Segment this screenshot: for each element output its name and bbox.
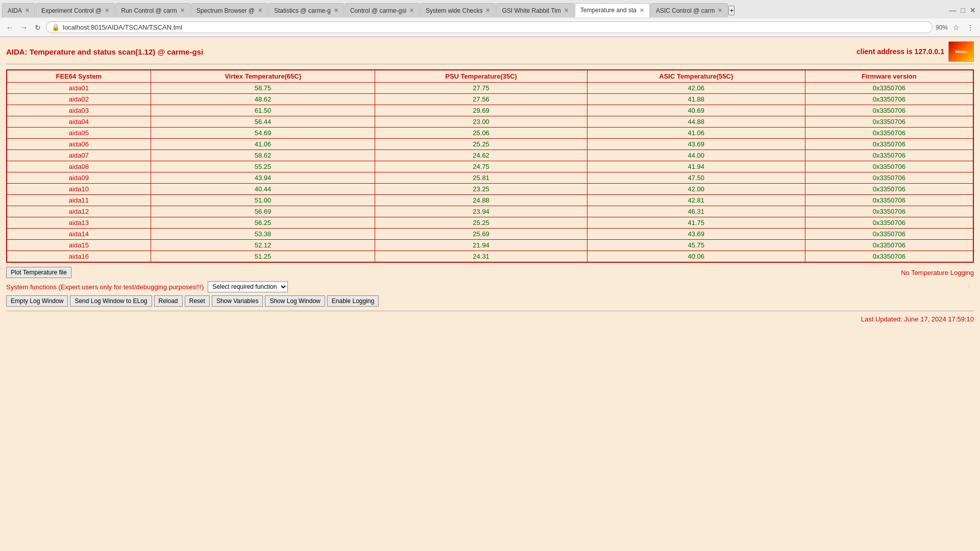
table-row: aida1356.2525.2541.750x3350706 bbox=[7, 217, 973, 229]
function-select[interactable]: Select required function bbox=[208, 281, 288, 292]
data-cell: 0x3350706 bbox=[805, 240, 973, 251]
system-name-cell: aida03 bbox=[7, 105, 151, 116]
empty-log-button[interactable]: Empty Log Window bbox=[6, 295, 68, 307]
table-row: aida0361.5029.6940.690x3350706 bbox=[7, 105, 973, 116]
data-cell: 40.69 bbox=[587, 105, 805, 116]
new-tab-button[interactable]: + bbox=[728, 6, 734, 15]
table-row: aida1256.6923.9446.310x3350706 bbox=[7, 206, 973, 217]
system-name-cell: aida14 bbox=[7, 229, 151, 240]
data-cell: 44.88 bbox=[587, 116, 805, 128]
back-button[interactable]: ← bbox=[4, 22, 15, 33]
data-cell: 56.25 bbox=[151, 217, 375, 229]
system-name-cell: aida05 bbox=[7, 128, 151, 139]
data-cell: 25.06 bbox=[375, 128, 587, 139]
data-cell: 0x3350706 bbox=[805, 161, 973, 172]
tab-temperature[interactable]: Temperature and sta ✕ bbox=[575, 3, 650, 17]
data-cell: 0x3350706 bbox=[805, 217, 973, 229]
data-cell: 25.25 bbox=[375, 139, 587, 150]
system-name-cell: aida11 bbox=[7, 195, 151, 206]
data-cell: 55.25 bbox=[151, 161, 375, 172]
data-cell: 23.25 bbox=[375, 184, 587, 195]
close-icon[interactable]: ✕ bbox=[409, 7, 414, 14]
data-cell: 42.00 bbox=[587, 184, 805, 195]
tab-statistics[interactable]: Statistics @ carme-g ✕ bbox=[268, 3, 344, 17]
data-cell: 42.06 bbox=[587, 83, 805, 94]
tab-run-control[interactable]: Run Control @ carm ✕ bbox=[115, 3, 190, 17]
tab-bar: AIDA ✕ Experiment Control @ ✕ Run Contro… bbox=[0, 0, 980, 18]
close-icon[interactable]: ✕ bbox=[485, 7, 490, 14]
close-icon[interactable]: ✕ bbox=[334, 7, 338, 14]
tab-spectrum[interactable]: Spectrum Browser @ ✕ bbox=[191, 3, 268, 17]
system-name-cell: aida02 bbox=[7, 94, 151, 105]
data-cell: 0x3350706 bbox=[805, 105, 973, 116]
tab-asic[interactable]: ASIC Control @ carm ✕ bbox=[650, 3, 728, 17]
table-row: aida0943.9425.8147.500x3350706 bbox=[7, 172, 973, 184]
lock-icon: 🔒 bbox=[52, 23, 60, 31]
data-cell: 0x3350706 bbox=[805, 116, 973, 128]
reload-button[interactable]: ↻ bbox=[33, 22, 43, 33]
tab-systemwide[interactable]: System wide Checks ✕ bbox=[420, 3, 496, 17]
table-row: aida0158.7527.7542.060x3350706 bbox=[7, 83, 973, 94]
data-cell: 0x3350706 bbox=[805, 83, 973, 94]
show-variables-button[interactable]: Show Variables bbox=[212, 295, 263, 307]
close-icon[interactable]: ✕ bbox=[564, 7, 569, 14]
system-name-cell: aida12 bbox=[7, 206, 151, 217]
data-cell: 45.75 bbox=[587, 240, 805, 251]
close-icon[interactable]: ✕ bbox=[258, 7, 262, 14]
table-row: aida1453.3825.6943.690x3350706 bbox=[7, 229, 973, 240]
close-icon[interactable]: ✕ bbox=[718, 7, 722, 14]
action-buttons-row: Empty Log Window Send Log Window to ELog… bbox=[6, 295, 974, 307]
enable-logging-button[interactable]: Enable Logging bbox=[327, 295, 379, 307]
data-cell: 46.31 bbox=[587, 206, 805, 217]
send-log-elog-button[interactable]: Send Log Window to ELog bbox=[70, 295, 152, 307]
data-cell: 24.31 bbox=[375, 251, 587, 263]
tab-aida[interactable]: AIDA ✕ bbox=[2, 3, 35, 17]
close-icon[interactable]: ✕ bbox=[640, 7, 644, 14]
reset-button[interactable]: Reset bbox=[185, 295, 210, 307]
col-header-firmware: Firmware version bbox=[805, 70, 973, 83]
close-icon[interactable]: ✕ bbox=[180, 7, 185, 14]
bookmark-button[interactable]: ☆ bbox=[951, 22, 962, 33]
tab-experiment[interactable]: Experiment Control @ ✕ bbox=[36, 3, 115, 17]
restore-button[interactable]: □ bbox=[959, 5, 967, 15]
footer-divider bbox=[6, 311, 974, 311]
data-cell: 41.06 bbox=[587, 128, 805, 139]
data-cell: 41.88 bbox=[587, 94, 805, 105]
nav-bar: ← → ↻ 🔒 localhost:8015/AIDA/TSCAN/TSCAN.… bbox=[0, 18, 980, 37]
forward-button[interactable]: → bbox=[18, 22, 30, 33]
url-bar[interactable]: 🔒 localhost:8015/AIDA/TSCAN/TSCAN.tml bbox=[46, 21, 933, 33]
data-cell: 0x3350706 bbox=[805, 139, 973, 150]
system-name-cell: aida07 bbox=[7, 150, 151, 161]
tab-control[interactable]: Control @ carme-gsi ✕ bbox=[345, 3, 420, 17]
col-header-virtex: Virtex Temperature(65C) bbox=[151, 70, 375, 83]
plot-temperature-button[interactable]: Plot Temperature file bbox=[6, 267, 71, 278]
last-updated: Last Updated: June 17, 2024 17:59:10 bbox=[6, 315, 974, 323]
data-cell: 41.75 bbox=[587, 217, 805, 229]
tab-gsi-wr[interactable]: GSI White Rabbit Tim ✕ bbox=[496, 3, 574, 17]
col-header-system: FEE64 System bbox=[7, 70, 151, 83]
window-close-button[interactable]: ✕ bbox=[968, 5, 978, 15]
system-name-cell: aida16 bbox=[7, 251, 151, 263]
browser-chrome: AIDA ✕ Experiment Control @ ✕ Run Contro… bbox=[0, 0, 980, 37]
extensions-button[interactable]: ⋮ bbox=[965, 22, 976, 33]
reload-button[interactable]: Reload bbox=[154, 295, 183, 307]
data-cell: 56.44 bbox=[151, 116, 375, 128]
data-cell: 40.44 bbox=[151, 184, 375, 195]
data-cell: 47.50 bbox=[587, 172, 805, 184]
data-cell: 42.81 bbox=[587, 195, 805, 206]
close-icon[interactable]: ✕ bbox=[25, 7, 30, 14]
col-header-asic: ASIC Temperature(55C) bbox=[587, 70, 805, 83]
col-header-psu: PSU Temperature(35C) bbox=[375, 70, 587, 83]
table-row: aida0554.6925.0641.060x3350706 bbox=[7, 128, 973, 139]
data-cell: 51.00 bbox=[151, 195, 375, 206]
system-name-cell: aida06 bbox=[7, 139, 151, 150]
data-cell: 44.00 bbox=[587, 150, 805, 161]
temperature-table: FEE64 System Virtex Temperature(65C) PSU… bbox=[6, 69, 974, 263]
minimize-button[interactable]: — bbox=[947, 5, 959, 15]
page-header: AIDA: Temperature and status scan(1.12) … bbox=[6, 41, 974, 62]
data-cell: 0x3350706 bbox=[805, 94, 973, 105]
data-cell: 0x3350706 bbox=[805, 128, 973, 139]
close-icon[interactable]: ✕ bbox=[105, 7, 109, 14]
show-log-window-button[interactable]: Show Log Window bbox=[265, 295, 325, 307]
system-name-cell: aida15 bbox=[7, 240, 151, 251]
